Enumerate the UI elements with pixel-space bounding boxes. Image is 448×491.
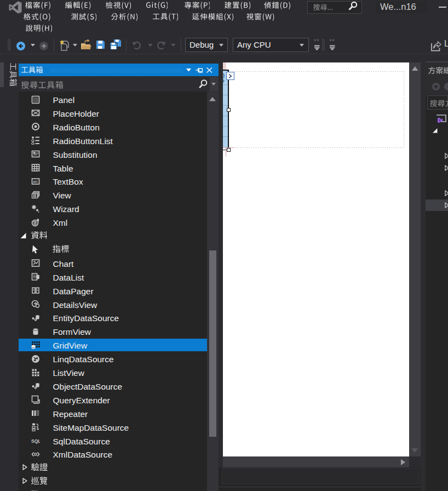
svg-text:abl: abl xyxy=(33,180,38,184)
svg-text:SQL: SQL xyxy=(31,438,40,444)
